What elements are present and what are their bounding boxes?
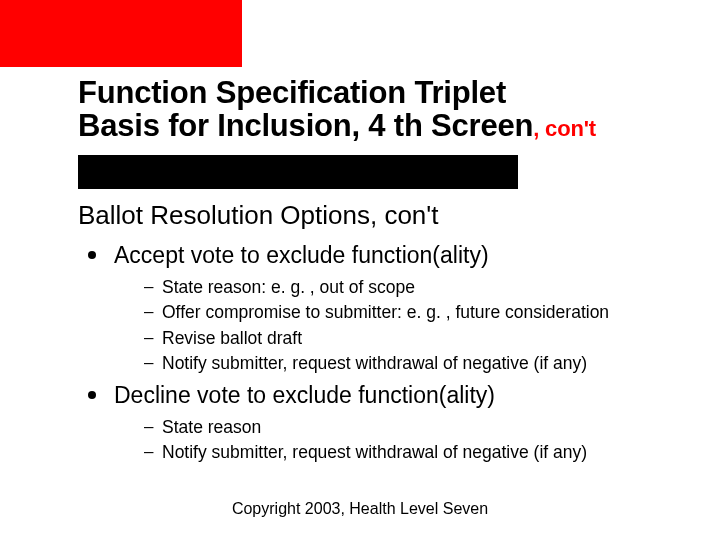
sublist: – State reason: e. g. , out of scope – O… [144, 276, 638, 377]
copyright-footer: Copyright 2003, Health Level Seven [0, 500, 720, 518]
bullet-icon [88, 391, 96, 399]
list-item-label: State reason [162, 416, 261, 440]
accent-block [0, 0, 242, 67]
dash-icon: – [144, 417, 162, 437]
dash-icon: – [144, 277, 162, 297]
list-item-label: Revise ballot draft [162, 327, 302, 351]
list-item: – State reason [144, 416, 638, 440]
dash-icon: – [144, 302, 162, 322]
bullet-icon [88, 251, 96, 259]
title-continuation: , con't [533, 116, 596, 141]
divider-bar [78, 155, 518, 189]
dash-icon: – [144, 353, 162, 373]
title-line1: Function Specification Triplet [78, 76, 698, 109]
sublist: – State reason – Notify submitter, reque… [144, 416, 638, 465]
list-item-label: Notify submitter, request withdrawal of … [162, 441, 587, 465]
title-line2: Basis for Inclusion, 4 th Screen, con't [78, 109, 698, 142]
content-area: Accept vote to exclude function(ality) –… [78, 236, 638, 469]
list-item: – Offer compromise to submitter: e. g. ,… [144, 301, 638, 325]
list-item: – Notify submitter, request withdrawal o… [144, 441, 638, 465]
list-item: – State reason: e. g. , out of scope [144, 276, 638, 300]
list-item: – Revise ballot draft [144, 327, 638, 351]
list-item: Accept vote to exclude function(ality) [88, 242, 638, 270]
list-item-label: Notify submitter, request withdrawal of … [162, 352, 587, 376]
dash-icon: – [144, 442, 162, 462]
list-item-label: Decline vote to exclude function(ality) [114, 382, 495, 410]
dash-icon: – [144, 328, 162, 348]
list-item-label: Accept vote to exclude function(ality) [114, 242, 489, 270]
title-line2-main: Basis for Inclusion, 4 th Screen [78, 108, 533, 143]
slide-title: Function Specification Triplet Basis for… [78, 76, 698, 143]
section-subhead: Ballot Resolution Options, con't [78, 200, 439, 231]
list-item: – Notify submitter, request withdrawal o… [144, 352, 638, 376]
list-item: Decline vote to exclude function(ality) [88, 382, 638, 410]
list-item-label: State reason: e. g. , out of scope [162, 276, 415, 300]
list-item-label: Offer compromise to submitter: e. g. , f… [162, 301, 609, 325]
